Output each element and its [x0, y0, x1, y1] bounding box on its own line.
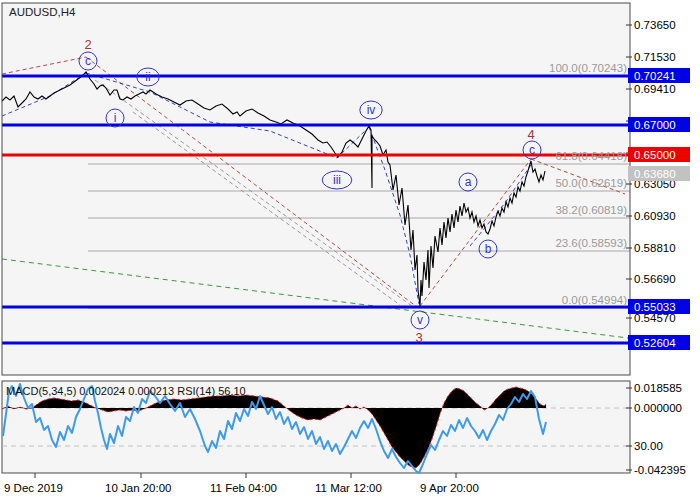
fib-level-label: 23.6(0.58593) [555, 237, 627, 249]
wave-letter: ii [145, 70, 150, 84]
chart-title: AUDUSD,H4 [9, 6, 76, 18]
time-axis-label: 11 Feb 04:00 [210, 482, 277, 494]
time-axis-label: 9 Dec 2019 [4, 482, 63, 494]
fib-level-label: 100.0(0.70243) [549, 62, 627, 74]
main-chart-area[interactable] [2, 3, 630, 375]
trading-chart: 100.0(0.70243)61.8(0.64418)50.0(0.62619)… [0, 0, 700, 500]
fib-level-label: 38.2(0.60819) [555, 204, 627, 216]
wave-number: 2 [84, 37, 91, 52]
wave-letter: c [529, 143, 535, 157]
time-axis-label: 10 Jan 20:00 [105, 482, 172, 494]
wave-letter: iv [367, 103, 376, 117]
macd-axis-label: 30.00 [634, 440, 663, 452]
chart-window: 100.0(0.70243)61.8(0.64418)50.0(0.62619)… [0, 0, 700, 500]
level-price-badge-value: 0.65000 [634, 149, 676, 161]
wave-number: 4 [527, 127, 534, 142]
wave-letter: a [465, 175, 472, 189]
fib-level-label: 61.8(0.64418) [555, 150, 627, 162]
price-axis-label: 0.73650 [634, 19, 676, 31]
level-price-badge-value: 0.52604 [634, 337, 676, 349]
price-axis-label: 0.69410 [634, 83, 676, 95]
wave-letter: v [417, 313, 423, 327]
wave-number: 3 [415, 330, 422, 345]
level-price-badge-value: 0.55033 [634, 301, 676, 313]
price-axis-label: 0.56690 [634, 273, 676, 285]
macd-indicator-label: MACD(5,34,5) 0.002024 0.000213 RSI(14) 5… [6, 385, 246, 397]
price-axis-label: 0.60930 [634, 210, 676, 222]
current-price-badge-value: 0.63680 [634, 168, 676, 180]
price-axis-label: 0.58810 [634, 242, 676, 254]
macd-axis-label: -0.042395 [634, 464, 686, 476]
time-axis-label: 11 Mar 12:00 [315, 482, 382, 494]
time-axis-label: 9 Apr 20:00 [420, 482, 479, 494]
fib-level-label: 0.0(0.54994) [562, 294, 627, 306]
fib-level-label: 50.0(0.62619) [555, 177, 627, 189]
macd-axis-label: 0.018585 [634, 382, 682, 394]
wave-letter: b [485, 242, 492, 256]
wave-letter: c [85, 54, 91, 68]
level-price-badge-value: 0.70241 [634, 70, 676, 82]
price-axis[interactable]: 0.736500.715300.694100.672900.651700.630… [626, 0, 700, 500]
level-price-badge-value: 0.67000 [634, 119, 676, 131]
time-axis[interactable]: 9 Dec 201910 Jan 20:0011 Feb 04:0011 Mar… [4, 473, 479, 494]
wave-letter: iii [333, 173, 341, 187]
wave-letter: i [114, 111, 117, 125]
macd-axis-label: 0.000000 [634, 402, 682, 414]
price-axis-label: 0.71530 [634, 51, 676, 63]
